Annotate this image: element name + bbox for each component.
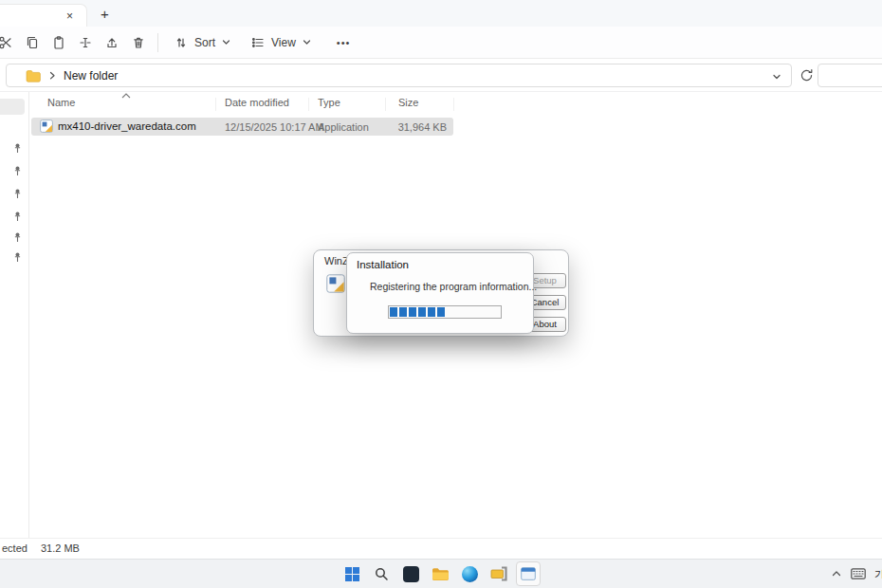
folder-icon <box>26 69 41 83</box>
paste-button[interactable] <box>46 29 72 56</box>
sort-icon <box>174 35 189 50</box>
taskbar: 가 <box>0 559 882 588</box>
progress-bar <box>388 305 502 319</box>
installation-dialog: Installation Registering the program inf… <box>346 252 534 334</box>
file-explorer-icon <box>432 567 450 581</box>
share-icon <box>104 35 119 50</box>
refresh-icon <box>799 68 814 83</box>
windows-logo-icon <box>345 567 359 581</box>
tab-bar: × + <box>0 0 882 27</box>
edge-button[interactable] <box>457 561 482 586</box>
file-name: mx410-driver_waredata.com <box>58 120 196 132</box>
installation-message: Registering the program information... <box>370 281 537 292</box>
file-icon <box>40 119 53 133</box>
start-button[interactable] <box>340 561 364 586</box>
breadcrumb-chevron-icon <box>47 70 57 81</box>
progress-fill <box>390 307 445 317</box>
column-separator <box>385 98 386 111</box>
column-separator <box>453 98 454 111</box>
pin-icon[interactable] <box>12 188 23 199</box>
column-header-name[interactable]: Name <box>47 97 75 108</box>
touch-keyboard-button[interactable] <box>851 568 866 579</box>
view-button[interactable]: View <box>241 29 322 56</box>
file-explorer-button[interactable] <box>428 561 452 586</box>
file-row[interactable]: mx410-driver_waredata.com 12/15/2025 10:… <box>31 118 453 136</box>
view-icon <box>250 35 266 50</box>
refresh-button[interactable] <box>795 64 818 86</box>
column-separator <box>308 98 309 111</box>
delete-button[interactable] <box>125 29 152 56</box>
pin-icon[interactable] <box>12 231 23 243</box>
copy-button[interactable] <box>19 29 46 56</box>
column-header-type[interactable]: Type <box>318 97 340 108</box>
view-label: View <box>271 36 296 49</box>
file-date: 12/15/2025 10:17 AM <box>225 121 324 133</box>
edge-icon <box>462 566 478 582</box>
search-button[interactable] <box>369 561 394 586</box>
delete-icon <box>131 35 146 50</box>
sidebar-divider <box>28 92 29 539</box>
chevron-down-icon <box>302 37 312 47</box>
pin-icon[interactable] <box>12 165 23 176</box>
new-tab-button[interactable]: + <box>96 5 114 23</box>
status-bar: ected 31.2 MB <box>0 538 882 557</box>
column-header-size[interactable]: Size <box>398 97 418 108</box>
chevron-down-icon <box>771 71 782 83</box>
ime-language-button[interactable]: 가 <box>874 567 882 581</box>
selection-status-text: ected <box>2 542 28 554</box>
chevron-up-icon <box>831 568 842 579</box>
rename-icon <box>78 35 93 50</box>
paste-icon <box>51 35 66 50</box>
command-toolbar: Sort View ••• <box>0 27 882 59</box>
pin-icon[interactable] <box>12 211 23 222</box>
address-row: New folder <box>0 59 882 92</box>
cut-button[interactable] <box>0 29 19 56</box>
share-button[interactable] <box>99 29 125 56</box>
installer-window-icon <box>521 567 536 580</box>
copy-icon <box>25 35 40 50</box>
sort-ascending-icon <box>121 93 131 99</box>
address-path[interactable]: New folder <box>64 69 118 83</box>
chevron-down-icon <box>221 37 231 47</box>
pin-icon[interactable] <box>12 251 23 263</box>
explorer-tab[interactable]: × <box>0 4 87 28</box>
search-input[interactable] <box>818 64 882 86</box>
winzip-file-icon <box>326 274 345 293</box>
keyboard-icon <box>851 568 866 579</box>
column-separator <box>215 98 216 111</box>
installation-dialog-title: Installation <box>357 259 409 270</box>
taskbar-center-icons <box>340 561 541 586</box>
column-header-date[interactable]: Date modified <box>225 97 289 108</box>
winzip-button[interactable] <box>487 561 511 586</box>
taskbar-pinned-app-button[interactable] <box>398 561 423 586</box>
sort-button[interactable]: Sort <box>164 29 241 56</box>
file-type: Application <box>318 121 369 133</box>
search-box[interactable] <box>818 64 882 87</box>
search-icon <box>374 566 390 582</box>
pin-icon[interactable] <box>12 142 23 154</box>
screen: { "tabbar": { "tab_close_glyph": "×", "n… <box>0 0 882 588</box>
taskbar-overflow-button[interactable] <box>831 568 842 579</box>
address-bar[interactable]: New folder <box>6 64 792 87</box>
tab-close-button[interactable]: × <box>62 9 78 25</box>
cut-icon <box>0 35 13 50</box>
more-options-button[interactable]: ••• <box>327 29 360 56</box>
address-dropdown-button[interactable] <box>771 71 782 83</box>
sort-label: Sort <box>194 36 215 49</box>
dark-app-icon <box>403 566 419 582</box>
file-size: 31,964 KB <box>363 121 447 133</box>
toolbar-separator <box>157 33 158 52</box>
active-window-button[interactable] <box>516 561 541 586</box>
rename-button[interactable] <box>72 29 99 56</box>
sidebar-selected-item-stub[interactable] <box>0 99 25 115</box>
winzip-icon <box>490 566 507 581</box>
selection-size-text: 31.2 MB <box>41 542 80 554</box>
taskbar-right-icons: 가 <box>831 561 882 586</box>
